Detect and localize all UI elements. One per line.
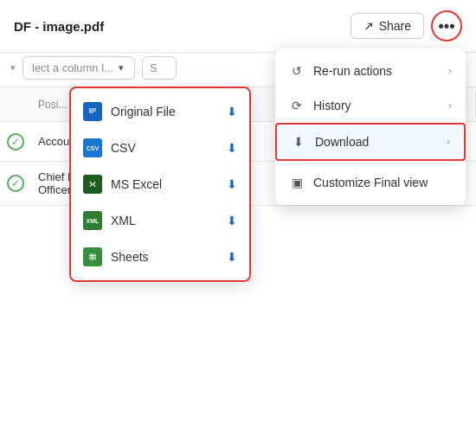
menu-item-customize[interactable]: ▣ Customize Final view (275, 165, 466, 200)
download-chevron-icon: › (447, 136, 450, 148)
menu-item-rerun-left: ↺ Re-run actions (289, 63, 392, 79)
svg-rect-0 (87, 106, 98, 118)
submenu-original-label: Original File (111, 105, 176, 118)
submenu-excel-left: MS Excel (83, 175, 162, 194)
xml-file-icon: XML (83, 211, 102, 230)
column-select[interactable]: lect a column l... ▾ (23, 56, 135, 80)
submenu-item-xml[interactable]: XML XML ⬇ (71, 202, 249, 239)
submenu-item-sheets[interactable]: Sheets ⬇ (71, 239, 249, 275)
column-select-text: lect a column l... (32, 61, 113, 74)
original-file-icon (83, 102, 102, 121)
header-actions: ↗ Share ••• (351, 10, 462, 42)
csv-download-icon: ⬇ (227, 141, 237, 155)
submenu-sheets-label: Sheets (111, 250, 149, 264)
submenu-excel-label: MS Excel (111, 177, 162, 191)
menu-item-history[interactable]: ⟳ History › (275, 88, 466, 123)
dropdown-trigger[interactable]: ▾ (10, 62, 16, 74)
menu-item-history-left: ⟳ History (289, 98, 351, 113)
check-circle-2: ✓ (7, 175, 24, 192)
original-download-icon: ⬇ (227, 105, 237, 118)
download-submenu: Original File ⬇ CSV CSV ⬇ MS Excel (69, 86, 251, 282)
menu-customize-label: Customize Final view (313, 176, 428, 189)
small-select-value: S (150, 61, 158, 74)
menu-divider (275, 163, 466, 163)
excel-download-icon: ⬇ (227, 177, 237, 191)
more-button[interactable]: ••• (431, 10, 462, 42)
rerun-chevron-icon: › (448, 65, 452, 77)
rerun-icon: ↺ (289, 63, 305, 79)
submenu-csv-left: CSV CSV (83, 138, 136, 157)
download-icon: ⬇ (291, 134, 306, 150)
menu-item-customize-left: ▣ Customize Final view (289, 175, 428, 190)
history-chevron-icon: › (448, 99, 452, 112)
share-icon: ↗ (363, 19, 374, 33)
menu-item-download-left: ⬇ Download (291, 134, 369, 150)
share-label: Share (379, 19, 411, 33)
submenu-item-original[interactable]: Original File ⬇ (71, 93, 249, 130)
column-dropdown-arrow-icon: ▾ (119, 62, 124, 74)
sheets-download-icon: ⬇ (227, 250, 237, 264)
header: DF - image.pdf ↗ Share ••• (0, 0, 476, 53)
check-circle-1: ✓ (7, 133, 24, 150)
menu-download-label: Download (315, 135, 369, 149)
submenu-xml-left: XML XML (83, 211, 136, 230)
dropdown-arrow-icon: ▾ (10, 62, 16, 74)
more-dots-icon: ••• (439, 17, 455, 35)
submenu-csv-label: CSV (111, 141, 136, 155)
row1-check: ✓ (0, 133, 31, 150)
customize-icon: ▣ (289, 175, 305, 190)
main-area: DF - image.pdf ↗ Share ••• ▾ lect a colu… (0, 0, 476, 448)
menu-history-label: History (313, 99, 351, 112)
menu-item-rerun[interactable]: ↺ Re-run actions › (275, 54, 466, 88)
sheets-file-icon (83, 247, 102, 266)
submenu-xml-label: XML (111, 214, 136, 227)
small-select[interactable]: S (142, 56, 177, 80)
submenu-item-excel[interactable]: MS Excel ⬇ (71, 166, 249, 202)
submenu-sheets-left: Sheets (83, 247, 149, 266)
menu-item-download[interactable]: ⬇ Download › (275, 123, 466, 161)
csv-file-icon: CSV (83, 138, 102, 157)
submenu-original-left: Original File (83, 102, 176, 121)
share-button[interactable]: ↗ Share (351, 13, 424, 39)
row2-check: ✓ (0, 175, 31, 192)
history-icon: ⟳ (289, 98, 305, 113)
excel-file-icon (83, 175, 102, 194)
svg-rect-3 (89, 253, 96, 260)
page-title: DF - image.pdf (14, 19, 104, 34)
dropdown-menu: ↺ Re-run actions › ⟳ History › ⬇ Downloa… (275, 48, 466, 205)
menu-rerun-label: Re-run actions (313, 64, 392, 78)
submenu-item-csv[interactable]: CSV CSV ⬇ (71, 130, 249, 166)
xml-download-icon: ⬇ (227, 214, 237, 227)
